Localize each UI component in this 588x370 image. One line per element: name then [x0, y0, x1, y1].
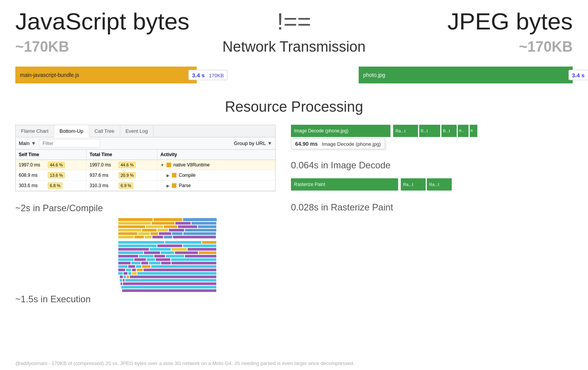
svg-rect-7 — [118, 225, 145, 228]
svg-rect-47 — [166, 255, 184, 258]
tab-bottom-up[interactable]: Bottom-Up — [54, 125, 89, 137]
activity-icon-1 — [172, 173, 176, 178]
svg-rect-40 — [144, 251, 160, 254]
image-decode-stat: 0.064s in Image Decode — [291, 160, 573, 171]
expand-arrow-0[interactable]: ▼ — [160, 163, 164, 167]
tab-call-tree[interactable]: Call Tree — [89, 125, 120, 137]
table-row[interactable]: 608.9 ms 13.6 % 937.6 ms 20.9 % ▶ Compil… — [16, 170, 275, 181]
svg-rect-50 — [134, 258, 146, 261]
col-header-activity: Activity — [157, 150, 275, 160]
svg-rect-32 — [118, 244, 157, 247]
table-row[interactable]: 1997.0 ms 44.6 % 1997.0 ms 44.6 % ▼ nati… — [16, 160, 275, 170]
svg-rect-46 — [154, 255, 165, 258]
svg-rect-78 — [130, 275, 216, 278]
svg-rect-28 — [173, 236, 216, 238]
activity-label-0: native V8Runtime — [173, 162, 210, 168]
svg-rect-22 — [183, 232, 216, 235]
svg-rect-36 — [150, 248, 171, 251]
activity-icon-0 — [167, 163, 171, 167]
total-time-0: 1997.0 ms — [90, 162, 117, 168]
svg-rect-10 — [178, 225, 197, 228]
svg-rect-76 — [124, 275, 126, 278]
svg-rect-81 — [125, 279, 216, 282]
self-pct-0: 44.6 % — [48, 162, 65, 168]
svg-rect-69 — [144, 269, 216, 271]
rasterize-stat: 0.028s in Rasterize Paint — [291, 202, 573, 213]
tooltip-label: Image Decode (phone.jpg) — [322, 141, 381, 147]
svg-rect-2 — [183, 218, 217, 221]
table-header: Self Time Total Time Activity — [16, 150, 275, 160]
svg-rect-74 — [137, 272, 216, 275]
svg-rect-17 — [118, 232, 137, 235]
expand-arrow-1[interactable]: ▶ — [167, 173, 170, 178]
js-bar-tooltip: 3.4 s 170KB — [188, 70, 227, 80]
jpeg-network-bar: photo.jpg 3.4 s 170KB — [359, 67, 573, 83]
cell-self-0: 1997.0 ms 44.6 % — [16, 160, 87, 170]
right-panel: Image Decode (phone.jpg) Ra...t R...t R.… — [276, 125, 573, 217]
svg-rect-24 — [134, 236, 144, 238]
devtools-filter-bar: Main ▼ Group by URL ▼ — [15, 137, 276, 149]
activity-label-2: Parse — [179, 183, 191, 188]
svg-rect-6 — [191, 222, 216, 225]
activity-icon-2 — [172, 183, 176, 188]
table-row[interactable]: 303.6 ms 6.8 % 310.3 ms 6.9 % ▶ Parse — [16, 181, 275, 191]
cell-self-1: 608.9 ms 13.6 % — [16, 170, 87, 180]
svg-rect-71 — [124, 272, 127, 275]
execution-stat: ~1.5s in Execution — [15, 294, 103, 305]
flame-chart-visual — [118, 218, 218, 308]
svg-rect-33 — [157, 244, 182, 247]
svg-rect-73 — [132, 272, 137, 275]
svg-rect-61 — [128, 265, 135, 268]
decode-bars-row: Image Decode (phone.jpg) Ra...t R...t R.… — [291, 125, 573, 137]
svg-rect-57 — [149, 262, 160, 264]
svg-rect-66 — [126, 269, 131, 271]
svg-rect-63 — [142, 265, 150, 268]
svg-rect-14 — [157, 229, 168, 231]
ra-rasterize-0: Ra...t — [401, 178, 426, 191]
rasterize-bar: Rasterize Paint — [291, 178, 398, 191]
svg-rect-56 — [141, 262, 148, 264]
js-network-bar: main-javascript-bundle.js 3.4 s 170KB — [15, 67, 197, 83]
activity-label-1: Compile — [179, 173, 196, 178]
image-decode-bar: Image Decode (phone.jpg) — [291, 125, 390, 137]
svg-rect-75 — [120, 275, 123, 278]
total-time-2: 310.3 ms — [90, 183, 117, 188]
ra-bar-1: R...t — [419, 125, 440, 137]
svg-rect-4 — [152, 222, 175, 225]
svg-rect-38 — [188, 248, 216, 251]
svg-rect-16 — [185, 229, 216, 231]
expand-arrow-2[interactable]: ▶ — [167, 184, 170, 188]
tab-flame-chart[interactable]: Flame Chart — [16, 125, 54, 137]
js-size: 170KB — [209, 73, 224, 78]
ra-bar-3: R... — [458, 125, 469, 137]
main-dropdown-arrow[interactable]: ▼ — [31, 140, 36, 146]
main-label: Main — [19, 140, 29, 146]
jpeg-bar-tooltip: 3.4 s 170KB — [568, 70, 588, 80]
self-pct-2: 6.8 % — [48, 183, 62, 189]
devtools-tabs: Flame Chart Bottom-Up Call Tree Event Lo… — [15, 125, 276, 137]
js-filename: main-javascript-bundle.js — [20, 72, 79, 78]
svg-rect-35 — [118, 248, 149, 251]
js-title: JavaScript bytes — [15, 8, 256, 35]
group-by-label: Group by URL — [234, 140, 266, 146]
col-header-total-time: Total Time — [87, 150, 157, 160]
svg-rect-51 — [147, 258, 155, 261]
rasterize-bars-row: Rasterize Paint Ra...t Ra...t — [291, 178, 573, 191]
group-by-arrow[interactable]: ▼ — [267, 140, 272, 146]
filter-input[interactable] — [39, 139, 100, 148]
svg-rect-30 — [165, 241, 201, 244]
svg-rect-34 — [183, 244, 216, 247]
total-pct-1: 20.9 % — [119, 172, 136, 178]
svg-rect-5 — [175, 222, 191, 225]
svg-rect-65 — [118, 269, 125, 271]
total-time-1: 937.6 ms — [90, 173, 117, 178]
tab-event-log[interactable]: Event Log — [120, 125, 154, 137]
svg-rect-39 — [118, 251, 143, 254]
svg-rect-49 — [118, 258, 134, 261]
svg-rect-23 — [118, 236, 134, 238]
not-equal-sign: !== — [256, 8, 332, 35]
self-time-1: 608.9 ms — [19, 173, 46, 178]
main-filter-group: Main ▼ — [19, 140, 36, 146]
svg-rect-9 — [164, 225, 177, 228]
decode-tooltip: 64.90 ms Image Decode (phone.jpg) — [291, 139, 385, 149]
